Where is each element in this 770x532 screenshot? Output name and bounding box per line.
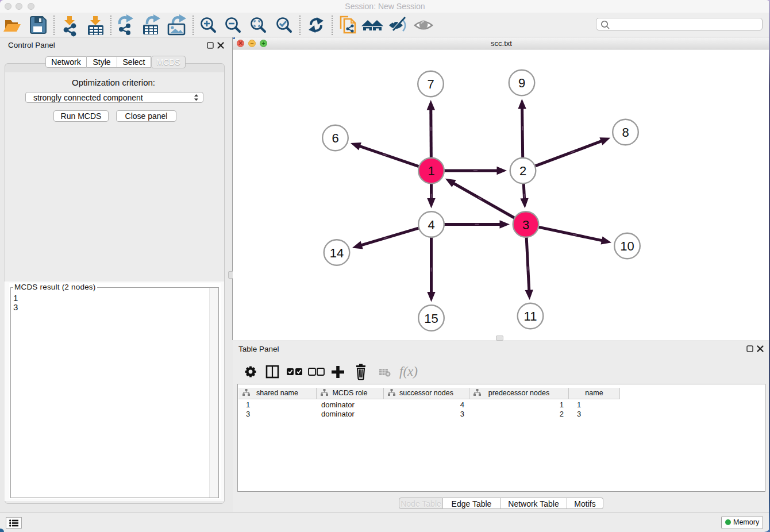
svg-text:4: 4 [428, 218, 434, 232]
svg-text:8: 8 [622, 125, 629, 140]
svg-text:7: 7 [427, 77, 434, 91]
svg-text:6: 6 [332, 131, 338, 145]
svg-text:9: 9 [518, 76, 525, 90]
svg-text:10: 10 [620, 239, 634, 253]
svg-text:14: 14 [330, 246, 344, 260]
svg-text:2: 2 [519, 164, 526, 178]
svg-text:3: 3 [522, 218, 529, 232]
svg-text:f(x): f(x) [399, 364, 418, 379]
svg-text:15: 15 [424, 311, 438, 326]
svg-text:1: 1 [428, 164, 434, 178]
svg-text:11: 11 [524, 309, 537, 323]
